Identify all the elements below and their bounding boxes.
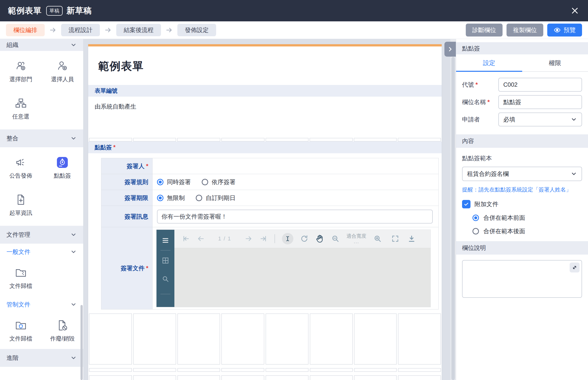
last-page-icon[interactable] bbox=[260, 235, 268, 243]
rotate-icon[interactable] bbox=[300, 235, 308, 243]
panel-collapse-handle[interactable] bbox=[444, 42, 456, 57]
canvas-scrollbar[interactable] bbox=[450, 39, 456, 380]
grid-cell[interactable] bbox=[177, 375, 220, 380]
grid-cell[interactable] bbox=[310, 313, 353, 365]
first-page-icon[interactable] bbox=[182, 235, 190, 243]
radio-no-limit[interactable] bbox=[157, 195, 163, 201]
grid-cell[interactable] bbox=[354, 375, 397, 380]
grid-cell[interactable] bbox=[133, 375, 176, 380]
fullscreen-icon[interactable] bbox=[391, 235, 399, 243]
sidebar-scrollbar[interactable] bbox=[80, 305, 83, 380]
sidebar-item-doc-archive-general[interactable]: 文件歸檔 bbox=[0, 264, 42, 293]
form-number-section-header[interactable]: 表單編號 bbox=[88, 85, 442, 97]
diagnose-fields-button[interactable]: 診斷欄位 bbox=[466, 24, 503, 37]
field-description-textarea[interactable] bbox=[462, 260, 582, 298]
step-post-close-flow[interactable]: 結案後流程 bbox=[116, 24, 161, 36]
previous-page-icon[interactable] bbox=[197, 235, 205, 243]
grid-cell[interactable] bbox=[354, 368, 397, 372]
tab-settings[interactable]: 設定 bbox=[456, 54, 522, 71]
grid-cell[interactable] bbox=[177, 313, 220, 365]
step-field-layout[interactable]: 欄位編排 bbox=[6, 24, 45, 36]
merge-back-option[interactable]: 合併在範本後面 bbox=[472, 227, 582, 235]
menu-icon[interactable] bbox=[161, 236, 170, 245]
thumbnails-icon[interactable] bbox=[160, 256, 170, 266]
radio-custom-due-date[interactable] bbox=[196, 195, 202, 201]
next-page-icon[interactable] bbox=[245, 235, 253, 243]
sign-message-input[interactable] bbox=[157, 210, 433, 224]
sidebar-item-select-department[interactable]: 選擇部門 bbox=[0, 57, 42, 86]
hand-tool-icon[interactable] bbox=[315, 234, 324, 243]
dottedsign-section-header[interactable]: 點點簽 * bbox=[88, 142, 442, 153]
grid-cell[interactable] bbox=[133, 313, 176, 365]
text-select-tool-icon[interactable] bbox=[282, 233, 293, 244]
grid-cell[interactable] bbox=[354, 138, 397, 142]
sidebar-item-button-widget[interactable]: Button bbox=[0, 374, 42, 380]
grid-cell[interactable] bbox=[221, 313, 264, 365]
grid-cell[interactable] bbox=[177, 138, 220, 142]
grid-cell[interactable] bbox=[177, 368, 220, 372]
step-publish-settings[interactable]: 發佈設定 bbox=[177, 24, 216, 36]
tab-permissions[interactable]: 權限 bbox=[522, 54, 588, 71]
grid-cell[interactable] bbox=[398, 313, 441, 365]
grid-cell[interactable] bbox=[221, 368, 264, 372]
download-icon[interactable] bbox=[408, 235, 416, 243]
preview-button[interactable]: 預覽 bbox=[547, 24, 582, 37]
grid-cell[interactable] bbox=[398, 368, 441, 372]
search-icon[interactable] bbox=[160, 274, 170, 284]
grid-cell[interactable] bbox=[133, 138, 176, 142]
grid-cell[interactable] bbox=[221, 138, 265, 142]
code-input[interactable] bbox=[498, 78, 582, 92]
sidebar-item-calculation[interactable] bbox=[42, 374, 83, 380]
sidebar-item-initiator-info[interactable]: 起單資訊 bbox=[0, 190, 42, 220]
sidebar-item-announcement[interactable]: 公告發佈 bbox=[0, 153, 42, 183]
zoom-out-icon[interactable] bbox=[331, 234, 340, 243]
grid-cell[interactable] bbox=[89, 375, 132, 380]
expand-icon[interactable] bbox=[570, 263, 580, 272]
sidebar-subsection-general-docs[interactable]: 一般文件 bbox=[0, 244, 83, 260]
step-flow-design[interactable]: 流程設計 bbox=[61, 24, 100, 36]
canvas-scrollbar-thumb[interactable] bbox=[451, 57, 455, 380]
pdf-page-area[interactable] bbox=[174, 248, 431, 307]
grid-cell[interactable] bbox=[398, 375, 441, 380]
sidebar-item-dottedsign[interactable]: 點點簽 bbox=[42, 153, 83, 183]
grid-cell[interactable] bbox=[266, 368, 309, 372]
close-icon[interactable] bbox=[570, 5, 580, 16]
field-name-input[interactable] bbox=[498, 95, 582, 109]
sidebar-section-advanced[interactable]: 進階 bbox=[0, 349, 83, 367]
sidebar-section-integration[interactable]: 整合 bbox=[0, 129, 83, 147]
fit-width-control[interactable]: 適合寬度 ... bbox=[347, 233, 366, 244]
sidebar-subsection-controlled-docs[interactable]: 管制文件 bbox=[0, 296, 83, 313]
grid-cell[interactable] bbox=[266, 138, 309, 142]
grid-cell[interactable] bbox=[133, 368, 176, 372]
sidebar-item-select-person[interactable]: 選擇人員 bbox=[42, 57, 83, 86]
grid-cell[interactable] bbox=[398, 138, 441, 142]
grid-cell[interactable] bbox=[89, 368, 132, 372]
grid-cell[interactable] bbox=[89, 313, 132, 365]
radio-simultaneous-sign[interactable] bbox=[157, 179, 163, 185]
merge-front-option[interactable]: 合併在範本前面 bbox=[472, 214, 582, 222]
grid-cell[interactable] bbox=[221, 375, 264, 380]
sidebar-item-any-select[interactable]: 任意選 bbox=[0, 94, 42, 123]
radio-merge-front[interactable] bbox=[472, 215, 479, 221]
grid-cell[interactable] bbox=[310, 138, 353, 142]
sidebar-item-doc-archive-controlled[interactable]: 文件歸檔 bbox=[0, 316, 42, 345]
grid-cell[interactable] bbox=[354, 313, 397, 365]
attach-document-checkbox-row[interactable]: 附加文件 bbox=[462, 200, 582, 208]
grid-cell[interactable] bbox=[266, 375, 309, 380]
radio-merge-back[interactable] bbox=[472, 228, 479, 234]
checkbox-checked[interactable] bbox=[462, 200, 470, 208]
copy-fields-button[interactable]: 複製欄位 bbox=[507, 24, 543, 37]
grid-cell[interactable] bbox=[310, 368, 353, 372]
sidebar-section-organization[interactable]: 組織 bbox=[0, 39, 83, 51]
radio-sequential-sign[interactable] bbox=[202, 179, 208, 185]
signer-field[interactable] bbox=[153, 158, 438, 174]
template-select[interactable]: 租賃合約簽名欄 bbox=[462, 167, 582, 181]
sign-document-label: 簽署文件* bbox=[101, 227, 153, 309]
sidebar-section-document-management[interactable]: 文件管理 bbox=[0, 226, 83, 244]
zoom-in-icon[interactable] bbox=[373, 234, 382, 243]
grid-cell[interactable] bbox=[266, 313, 309, 365]
grid-cell[interactable] bbox=[310, 375, 353, 380]
applicant-select[interactable]: 必填 bbox=[498, 113, 582, 126]
grid-cell[interactable] bbox=[89, 138, 132, 142]
sidebar-item-void-destroy[interactable]: 作廢/銷毀 bbox=[42, 316, 83, 345]
